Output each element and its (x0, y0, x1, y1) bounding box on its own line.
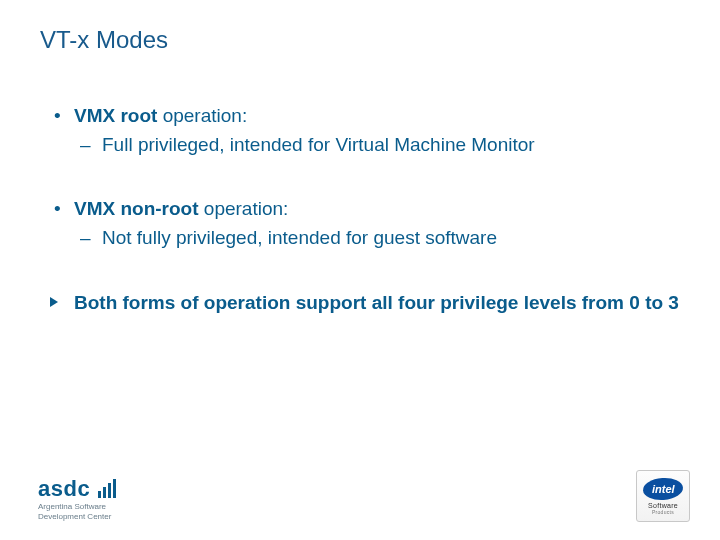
asdc-sub2: Development Center (38, 513, 118, 522)
bullet-list: VMX root operation: Full privileged, int… (40, 104, 680, 157)
spacer-2 (40, 257, 680, 291)
asdc-sub1: Argentina Software (38, 503, 118, 512)
bullet-2-bold: VMX non-root (74, 198, 199, 219)
slide-title: VT-x Modes (40, 26, 680, 54)
intel-logo: intel Software Products (636, 470, 690, 522)
slide-content: VMX root operation: Full privileged, int… (40, 104, 680, 315)
footer: asdc Argentina Software Development Cent… (0, 462, 720, 526)
bullet-list-2: VMX non-root operation: Not fully privil… (40, 197, 680, 250)
spacer (40, 163, 680, 197)
sub-item-2: Not fully privileged, intended for guest… (74, 226, 680, 251)
intel-word: intel (652, 483, 675, 495)
sub-list-2: Not fully privileged, intended for guest… (74, 226, 680, 251)
asdc-logo: asdc Argentina Software Development Cent… (38, 476, 118, 522)
intel-sub1: Software (648, 502, 678, 509)
intel-oval-icon: intel (642, 476, 683, 501)
bullet-1-rest: operation: (157, 105, 247, 126)
asdc-word: asdc (38, 476, 90, 501)
bullet-item-2: VMX non-root operation: Not fully privil… (40, 197, 680, 250)
arrow-right-icon (48, 295, 62, 309)
bullet-2-rest: operation: (199, 198, 289, 219)
sub-list-1: Full privileged, intended for Virtual Ma… (74, 133, 680, 158)
slide: VT-x Modes VMX root operation: Full priv… (0, 0, 720, 540)
intel-sub2: Products (652, 509, 674, 515)
bullet-item-1: VMX root operation: Full privileged, int… (40, 104, 680, 157)
bullet-1-bold: VMX root (74, 105, 157, 126)
asdc-bars-icon (98, 479, 118, 502)
arrow-bullet: Both forms of operation support all four… (40, 291, 680, 316)
arrow-text: Both forms of operation support all four… (74, 292, 679, 313)
sub-item-1: Full privileged, intended for Virtual Ma… (74, 133, 680, 158)
